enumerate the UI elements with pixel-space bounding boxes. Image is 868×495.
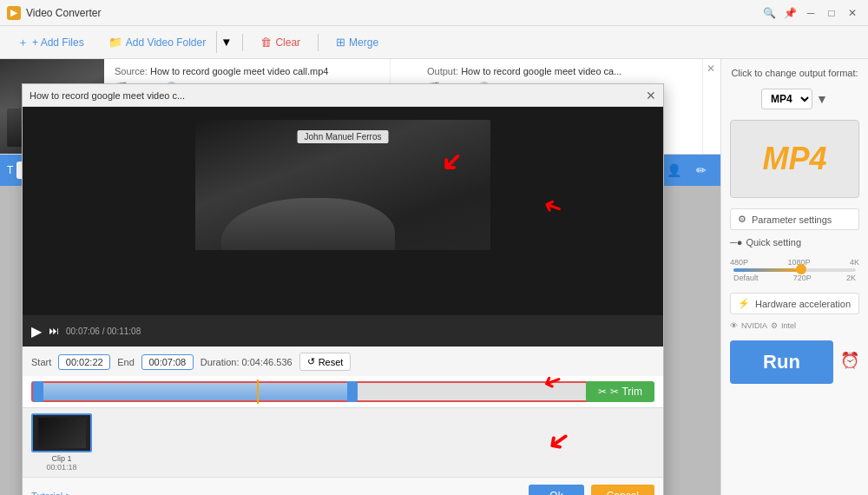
add-folder-arrow[interactable]: ▼ bbox=[216, 31, 235, 53]
parameter-settings-btn[interactable]: ⚙ Parameter settings bbox=[730, 208, 859, 230]
minimize-btn[interactable]: ─ bbox=[802, 4, 819, 22]
add-folder-dropdown[interactable]: 📁 Add Video Folder ▼ bbox=[98, 31, 236, 53]
quality-slider-thumb[interactable] bbox=[796, 264, 806, 274]
trim-action-btn[interactable]: ✂ ✂ Trim bbox=[586, 381, 654, 402]
duration-display: Duration: 0:04:46.536 bbox=[201, 357, 293, 367]
trim-controls: Start 00:02:22 End 00:07:08 Duration: 0:… bbox=[23, 346, 663, 376]
nvidia-label: NVIDIA bbox=[741, 321, 767, 330]
quick-setting-label: ─● Quick setting bbox=[730, 237, 859, 248]
scrubber-fill bbox=[33, 383, 358, 400]
footer-buttons: Ok Cancel bbox=[529, 485, 654, 495]
start-label: Start bbox=[31, 357, 51, 367]
watermark-btn[interactable]: 👤 bbox=[661, 158, 686, 182]
settings-icon: ⚙ bbox=[738, 214, 746, 225]
plus-icon: ＋ bbox=[17, 35, 29, 50]
quality-labels-top: 480P 1080P 4K bbox=[730, 258, 859, 267]
reset-btn[interactable]: ↺ Reset bbox=[299, 353, 352, 371]
output-filename: How to record google meet video ca... bbox=[461, 66, 621, 76]
clips-area: Clip 1 00:01:18 bbox=[23, 407, 663, 477]
close-btn[interactable]: ✕ bbox=[844, 4, 861, 22]
person-name-overlay: John Manuel Ferros bbox=[298, 130, 389, 143]
format-dropdown-icon: ▼ bbox=[816, 92, 828, 106]
hw-acceleration-btn[interactable]: ⚡ Hardware acceleration bbox=[730, 293, 859, 314]
window-controls: 🔍 📌 ─ □ ✕ bbox=[760, 4, 861, 22]
search-btn[interactable]: 🔍 bbox=[760, 4, 778, 22]
scrubber-area: ✂ ✂ Trim bbox=[23, 376, 663, 407]
subtitle-edit-btn[interactable]: ✏ bbox=[689, 158, 713, 182]
person-name: John Manuel Ferros bbox=[305, 132, 382, 142]
tutorial-link[interactable]: Tutorial > bbox=[31, 491, 71, 495]
quality-slider-area: 480P 1080P 4K Default 720P 2K bbox=[730, 254, 859, 286]
clip-thumbnail[interactable] bbox=[31, 413, 92, 452]
folder-icon: 📁 bbox=[108, 36, 122, 49]
app-icon: ▶ bbox=[7, 6, 21, 20]
add-files-button[interactable]: ＋ + Add Files bbox=[7, 30, 95, 55]
toolbar: ＋ + Add Files 📁 Add Video Folder ▼ 🗑 Cle… bbox=[0, 26, 868, 59]
scrubber-right-handle[interactable] bbox=[347, 381, 358, 402]
slider-icon: ─● bbox=[730, 237, 742, 248]
source-title: Source: How to record google meet video … bbox=[115, 66, 379, 76]
video-player[interactable]: John Manuel Ferros ➜ bbox=[23, 107, 663, 315]
scissors-icon: ✂ bbox=[598, 386, 607, 398]
quality-labels-bottom: Default 720P 2K bbox=[730, 274, 859, 282]
clip-inner bbox=[38, 418, 86, 448]
clip-time: 00:01:18 bbox=[31, 463, 92, 472]
dialog-title-bar: How to record google meet video c... ✕ bbox=[23, 84, 663, 107]
alarm-icon[interactable]: ⏰ bbox=[840, 351, 859, 370]
intel-label: Intel bbox=[781, 321, 796, 330]
scrubber-left-handle[interactable] bbox=[33, 381, 43, 402]
run-row: Run ⏰ bbox=[730, 337, 859, 384]
dialog-footer: Tutorial > Ok Cancel bbox=[23, 477, 663, 495]
format-select[interactable]: MP4 bbox=[761, 89, 812, 109]
add-folder-button[interactable]: 📁 Add Video Folder bbox=[98, 31, 217, 53]
video-content: John Manuel Ferros ➜ bbox=[23, 107, 663, 315]
quality-slider-fill bbox=[733, 268, 801, 272]
source-filename: How to record google meet video call.mp4 bbox=[150, 66, 328, 76]
scrubber-track[interactable] bbox=[31, 381, 594, 402]
hw-logos: 👁 NVIDIA ⚙ Intel bbox=[730, 321, 859, 330]
start-time-box[interactable]: 00:02:22 bbox=[58, 354, 110, 370]
clip-item: Clip 1 00:01:18 bbox=[31, 413, 92, 472]
dialog-title: How to record google meet video c... bbox=[30, 90, 646, 101]
toolbar-separator-2 bbox=[318, 34, 319, 51]
title-bar: ▶ Video Converter 🔍 📌 ─ □ ✕ bbox=[0, 0, 868, 26]
subtitle-t-label: T bbox=[7, 164, 13, 176]
output-close-btn[interactable]: ✕ bbox=[703, 59, 720, 154]
hw-icon: ⚡ bbox=[738, 298, 750, 309]
clear-button[interactable]: 🗑 Clear bbox=[250, 31, 311, 53]
quality-slider-track[interactable] bbox=[733, 268, 856, 272]
format-preview: MP4 bbox=[730, 120, 859, 198]
scrubber-playhead bbox=[257, 380, 259, 404]
red-arrow-video: ➜ bbox=[433, 142, 473, 182]
ok-button[interactable]: Ok bbox=[529, 485, 583, 495]
run-button[interactable]: Run bbox=[730, 340, 833, 384]
trim-btn-container: ✂ ✂ Trim bbox=[586, 381, 654, 402]
toolbar-separator bbox=[242, 34, 243, 51]
next-frame-btn[interactable]: ⏭ bbox=[49, 325, 59, 337]
merge-icon: ⊞ bbox=[336, 36, 345, 49]
end-time-box[interactable]: 00:07:08 bbox=[141, 354, 194, 370]
maximize-btn[interactable]: □ bbox=[823, 4, 840, 22]
app-title: Video Converter bbox=[26, 7, 760, 19]
output-title: Output: How to record google meet video … bbox=[427, 66, 692, 76]
right-panel-title: Click to change output format: bbox=[730, 68, 859, 78]
intel-icon: ⚙ bbox=[771, 321, 778, 330]
pin-btn[interactable]: 📌 bbox=[781, 4, 799, 22]
format-select-area: MP4 ▼ bbox=[730, 89, 859, 109]
right-panel: Click to change output format: MP4 ▼ MP4… bbox=[720, 59, 868, 495]
trash-icon: 🗑 bbox=[260, 36, 272, 49]
cancel-button[interactable]: Cancel bbox=[591, 485, 654, 495]
main-content: Source: How to record google meet video … bbox=[0, 59, 868, 495]
merge-button[interactable]: ⊞ Merge bbox=[326, 31, 389, 53]
left-panel: Source: How to record google meet video … bbox=[0, 59, 720, 495]
end-label: End bbox=[117, 357, 135, 367]
clip-label: Clip 1 bbox=[31, 454, 92, 463]
play-button[interactable]: ▶ bbox=[31, 323, 42, 340]
time-display: 00:07:06 / 00:11:08 bbox=[66, 327, 141, 336]
reset-icon: ↺ bbox=[307, 356, 315, 367]
eye-icon: 👁 bbox=[730, 321, 738, 330]
trim-dialog: How to record google meet video c... ✕ J… bbox=[22, 83, 664, 495]
dialog-close-btn[interactable]: ✕ bbox=[646, 89, 656, 102]
playback-controls: ▶ ⏭ 00:07:06 / 00:11:08 bbox=[23, 315, 663, 346]
